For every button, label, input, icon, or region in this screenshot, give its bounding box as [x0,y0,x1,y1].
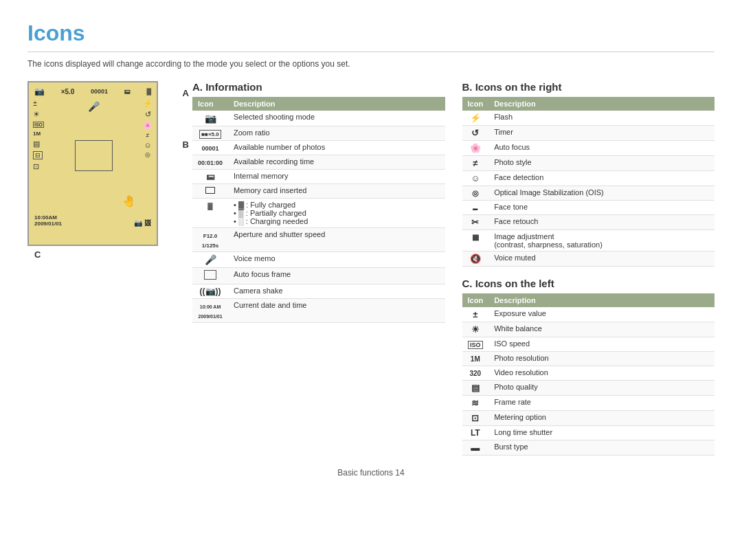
desc-cell: ISO speed [488,337,715,352]
camera-mode-icon: 📷 [34,87,45,96]
icon-cell: 🌸 [462,141,489,156]
icon-cell: ✂ [462,215,489,230]
desc-cell: Auto focus frame [228,268,445,284]
section-a-header-icon: Icon [192,97,228,111]
section-b-header-desc: Description [488,97,715,111]
camera-timer-icon: ⊡ [33,162,44,171]
camera-voice-memo-icon: 🎤 [88,101,100,112]
table-row: ◎ Optical Image Stabilization (OIS) [462,186,715,201]
camera-flash-icon: ⚡ [143,99,153,108]
camera-center: 🎤 🤚 [45,98,142,213]
page-subtitle: The icons displayed will change accordin… [27,59,715,69]
table-row: 🖴 Internal memory [192,170,445,184]
desc-cell: Frame rate [488,396,715,411]
table-row: 🌸 Auto focus [462,141,715,156]
panel-bc: B. Icons on the right Icon Description ⚡… [462,81,715,456]
info-panels: A. Information Icon Description 📷 Select… [192,81,715,456]
icon-cell: ↺ [462,126,489,141]
table-row: 🗕 Face tone [462,201,715,215]
label-a: A [183,88,189,98]
desc-cell: Face retouch [488,215,715,230]
table-row: ISO ISO speed [462,337,715,352]
table-row: ☺ Face detection [462,171,715,186]
camera-diagram: 📷 ×5.0 00001 🖴 ▓ ± ☀ ISO 1M ▤ ⊟ ⊡ [27,81,179,456]
icon-cell [192,268,228,284]
desc-cell: Zoom ratio [228,126,445,141]
icon-cell: ◎ [462,186,489,201]
icon-cell: 1M [462,352,489,366]
section-b-title: B. Icons on the right [462,81,715,93]
camera-focus-frame [75,140,113,171]
icon-cell: 10:00 AM2009/01/01 [192,299,228,323]
camera-battery-icon: ▓ [146,88,151,95]
camera-memory-icon: 🖴 [124,88,131,95]
icon-cell: ▬ [462,440,489,456]
camera-bracket-icon: ⊟ [33,151,43,159]
camera-wb-icon: ☀ [33,110,44,119]
icon-cell: ▦ [462,230,489,251]
camera-bottom-icon-2: 🖼 [144,219,151,227]
camera-res-icon: 1M [33,131,44,137]
camera-macro-icon: 🌸 [143,121,153,130]
camera-top-bar: 📷 ×5.0 00001 🖴 ▓ [32,85,154,98]
camera-right-icons: ⚡ ↺ 🌸 ≠ ☺ ◎ [142,98,154,213]
table-row: ▓ ▓ : Fully charged ▒ : Partially charge… [192,199,445,228]
table-row: ■■×5.0 Zoom ratio [192,126,445,141]
camera-left-icons: ± ☀ ISO 1M ▤ ⊟ ⊡ [32,98,45,213]
desc-cell: ▓ : Fully charged ▒ : Partially charged … [228,199,445,228]
desc-cell: Image adjustment(contrast, sharpness, sa… [488,230,715,251]
table-row: ⚡ Flash [462,111,715,126]
camera-count: 00001 [91,88,108,95]
icon-cell: ≋ [462,396,489,411]
desc-cell: Metering option [488,411,715,426]
icon-cell: 🔇 [462,251,489,267]
icon-cell: ☺ [462,171,489,186]
section-b-table: Icon Description ⚡ Flash ↺ Timer [462,97,715,267]
icon-cell: ▓ [192,199,228,228]
desc-cell: White balance [488,322,715,337]
camera-face-icon: ☺ [144,141,151,149]
icon-cell: ((📷)) [192,284,228,299]
camera-screen: 📷 ×5.0 00001 🖴 ▓ ± ☀ ISO 1M ▤ ⊟ ⊡ [27,81,158,246]
list-item: ▓ : Fully charged [234,201,439,209]
icon-cell: ⊡ [462,411,489,426]
table-row: ≠ Photo style [462,156,715,171]
desc-cell: Photo quality [488,381,715,396]
icon-cell: ▤ [462,381,489,396]
camera-exposure-icon: ± [33,99,44,107]
table-row: ± Exposure value [462,307,715,322]
icon-cell: 🎤 [192,252,228,268]
page-title: Icons [27,21,715,52]
section-c-header-desc: Description [488,293,715,307]
desc-cell: Selected shooting mode [228,111,445,126]
section-a-header-desc: Description [228,97,445,111]
section-c-header-icon: Icon [462,293,489,307]
desc-cell: Voice muted [488,251,715,267]
table-row: ↺ Timer [462,126,715,141]
list-item: ▒ : Partially charged [234,209,439,217]
label-b: B [183,139,189,150]
table-row: ▤ Photo quality [462,381,715,396]
panel-c: C. Icons on the left Icon Description ± … [462,278,715,456]
table-row: 🔇 Voice muted [462,251,715,267]
camera-bottom-icons: 📷 🖼 [134,219,151,227]
icon-cell: ■■×5.0 [192,126,228,141]
icon-cell: ☀ [462,322,489,337]
camera-timer-r-icon: ↺ [145,110,151,119]
camera-bottom-bar: 10:00AM 2009/01/01 📷 🖼 [32,213,154,228]
desc-cell: Aperture and shutter speed [228,228,445,252]
desc-cell: Face detection [488,171,715,186]
table-row: 320 Video resolution [462,366,715,381]
icon-cell: ⚡ [462,111,489,126]
camera-hand-icon: 🤚 [122,194,136,208]
desc-cell: Exposure value [488,307,715,322]
table-row: 📷 Selected shooting mode [192,111,445,126]
desc-cell: Flash [488,111,715,126]
camera-bottom-icon-1: 📷 [134,219,142,227]
table-row: 🎤 Voice memo [192,252,445,268]
icon-cell: 00:01:00 [192,155,228,170]
icon-cell: ± [462,307,489,322]
section-c-title: C. Icons on the left [462,278,715,289]
camera-iso-icon: ISO [33,122,44,128]
table-row: ☀ White balance [462,322,715,337]
